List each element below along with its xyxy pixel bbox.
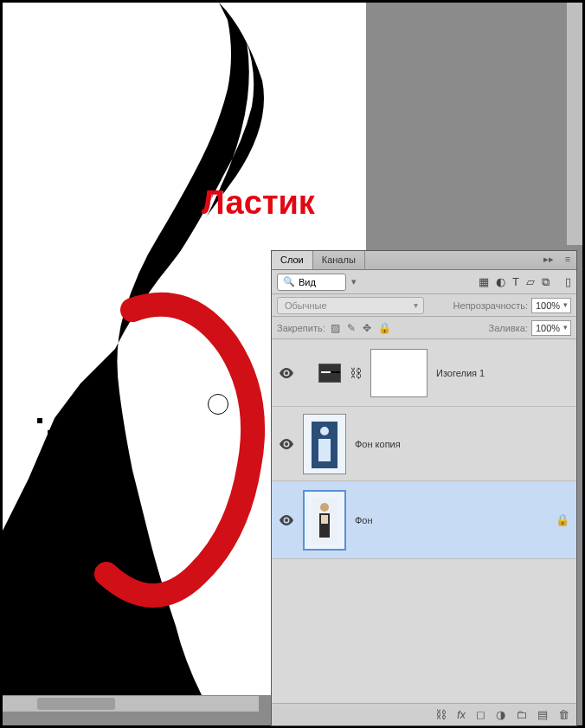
add-mask-icon[interactable]: ◻ [476,708,485,721]
mask-link-icon[interactable]: ⛓ [350,366,362,380]
adjustment-thumbnail [318,364,341,383]
link-layers-icon[interactable]: ⛓ [435,708,447,721]
svg-rect-6 [85,574,91,580]
panel-tab-bar: Слои Каналы ▸▸ ≡ [272,251,576,270]
visibility-toggle-icon[interactable] [279,512,294,528]
mask-thumbnail[interactable] [370,349,428,397]
new-adjustment-icon[interactable]: ◑ [496,708,505,721]
layers-panel: Слои Каналы ▸▸ ≡ 🔍 ▾ ▦ ◐ T ▱ ⧉ ▯ [271,250,577,726]
visibility-toggle-icon[interactable] [279,436,294,452]
filter-type-icon[interactable]: T [512,275,519,289]
svg-rect-9 [55,643,61,649]
filter-toggle-icon[interactable]: ▯ [565,275,571,289]
new-layer-icon[interactable]: ▤ [537,708,548,721]
layer-filter-bar: 🔍 ▾ ▦ ◐ T ▱ ⧉ ▯ [272,270,576,294]
dropdown-arrow-icon[interactable]: ▾ [351,276,357,287]
eraser-cursor [208,394,228,415]
svg-point-15 [285,519,288,522]
lock-label: Закрепить: [277,323,325,333]
layer-row-bgcopy[interactable]: Фон копия [272,407,576,481]
annotation-eraser-label: Ластик [202,184,315,222]
layer-type-filter[interactable]: 🔍 [277,274,346,291]
lock-paint-icon[interactable]: ✎ [347,322,356,334]
filter-adjustment-icon[interactable]: ◐ [496,275,505,289]
blend-mode-value: Обычные [285,300,327,311]
svg-rect-1 [48,430,52,435]
layer-thumbnail[interactable] [303,490,346,551]
filter-pixel-icon[interactable]: ▦ [479,275,489,289]
svg-rect-8 [20,626,28,634]
svg-rect-2 [63,453,69,459]
svg-rect-3 [79,470,83,474]
blend-mode-select[interactable]: Обычные [277,297,424,314]
svg-rect-5 [50,539,55,544]
new-group-icon[interactable]: 🗀 [516,708,527,721]
filter-smartobject-icon[interactable]: ⧉ [542,275,550,289]
layers-list: ⛓ Изогелия 1 Фон копия [272,339,576,703]
panel-menu-icon[interactable]: ≡ [561,252,575,266]
svg-rect-7 [106,600,112,605]
fill-field[interactable]: 100% [531,320,571,336]
filter-shape-icon[interactable]: ▱ [526,275,535,289]
opacity-label: Непрозрачность: [453,300,528,311]
layer-fx-icon[interactable]: fx [457,708,466,721]
lock-icon[interactable]: 🔒 [556,513,569,526]
tab-layers[interactable]: Слои [272,251,313,269]
visibility-toggle-icon[interactable] [279,365,294,381]
layer-row-threshold[interactable]: ⛓ Изогелия 1 [272,339,576,407]
layer-row-bg[interactable]: Фон 🔒 [272,481,576,559]
lock-transparency-icon[interactable]: ▨ [331,322,340,334]
svg-point-12 [285,371,288,375]
layer-name[interactable]: Изогелия 1 [436,368,485,378]
layer-name[interactable]: Фон [355,515,373,525]
svg-point-13 [285,442,288,446]
lock-fill-row: Закрепить: ▨ ✎ ✥ 🔒 Заливка: 100% [272,317,576,339]
blend-opacity-row: Обычные Непрозрачность: 100% [272,294,576,317]
tab-channels[interactable]: Каналы [313,251,365,269]
panel-footer: ⛓ fx ◻ ◑ 🗀 ▤ 🗑 [272,703,576,725]
panel-collapse-icon[interactable]: ▸▸ [542,252,556,266]
layer-thumbnail[interactable] [303,414,346,474]
app-frame: Ластик Слои Каналы ▸▸ ≡ 🔍 ▾ ▦ ◐ T ▱ [3,3,582,725]
horizontal-scrollbar[interactable] [3,696,259,712]
layer-filter-input[interactable] [299,277,342,287]
lock-all-icon[interactable]: 🔒 [378,322,391,334]
svg-rect-0 [37,418,42,423]
vertical-scrollbar[interactable] [567,3,582,245]
layer-name[interactable]: Фон копия [355,439,401,449]
svg-rect-11 [158,669,164,674]
search-icon: 🔍 [283,276,295,287]
lock-position-icon[interactable]: ✥ [363,322,371,334]
delete-layer-icon[interactable]: 🗑 [558,708,569,721]
horizontal-scrollbar-thumb[interactable] [37,698,115,710]
opacity-field[interactable]: 100% [531,298,571,313]
fill-label: Заливка: [489,323,528,333]
svg-rect-4 [29,522,35,529]
svg-rect-10 [124,660,131,667]
